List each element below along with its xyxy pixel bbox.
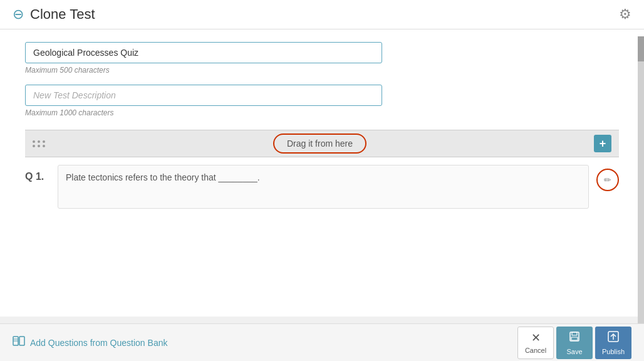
svg-rect-1 bbox=[19, 337, 24, 345]
question-box: Plate tectonics refers to the theory tha… bbox=[58, 165, 589, 209]
question-text: Plate tectonics refers to the theory tha… bbox=[66, 172, 260, 182]
drag-bar: Drag it from here + bbox=[25, 130, 619, 157]
question-row: Q 1. Plate tectonics refers to the theor… bbox=[25, 157, 619, 216]
description-char-limit: Maximum 1000 characters bbox=[25, 108, 619, 117]
cancel-button[interactable]: ✕ Cancel bbox=[517, 327, 554, 359]
page-header: ⊖ Clone Test ⚙ bbox=[0, 0, 644, 29]
publish-icon bbox=[607, 330, 620, 346]
scrollbar-thumb[interactable] bbox=[638, 36, 644, 61]
cancel-label: Cancel bbox=[525, 347, 546, 354]
footer-buttons: ✕ Cancel Save Publish bbox=[517, 327, 631, 359]
add-question-button[interactable]: + bbox=[594, 135, 611, 152]
back-icon[interactable]: ⊖ bbox=[13, 6, 24, 23]
add-questions-link[interactable]: Add Questions from Question Bank bbox=[13, 335, 167, 350]
name-form-group: Maximum 500 characters bbox=[25, 42, 619, 75]
publish-button[interactable]: Publish bbox=[595, 327, 631, 359]
footer: Add Questions from Question Bank ✕ Cance… bbox=[0, 323, 644, 361]
page-scrollbar[interactable] bbox=[638, 36, 644, 323]
description-form-group: Maximum 1000 characters bbox=[25, 85, 619, 117]
drag-handle-icon bbox=[33, 140, 46, 147]
pencil-icon: ✏ bbox=[604, 175, 611, 185]
drag-text: Drag it from here bbox=[273, 133, 366, 154]
test-name-input[interactable] bbox=[25, 42, 382, 63]
svg-rect-6 bbox=[571, 337, 578, 340]
header-left: ⊖ Clone Test bbox=[13, 6, 95, 23]
test-description-input[interactable] bbox=[25, 85, 382, 106]
name-char-limit: Maximum 500 characters bbox=[25, 66, 619, 75]
save-label: Save bbox=[566, 348, 582, 355]
page-title: Clone Test bbox=[30, 6, 95, 23]
publish-label: Publish bbox=[602, 348, 625, 355]
add-questions-icon bbox=[13, 335, 25, 350]
gear-icon[interactable]: ⚙ bbox=[619, 6, 631, 23]
drag-text-wrapper: Drag it from here bbox=[273, 133, 366, 154]
edit-question-button[interactable]: ✏ bbox=[596, 169, 619, 191]
cancel-icon: ✕ bbox=[531, 331, 541, 345]
main-content: Maximum 500 characters Maximum 1000 char… bbox=[0, 29, 644, 317]
add-questions-label: Add Questions from Question Bank bbox=[30, 338, 167, 348]
save-button[interactable]: Save bbox=[556, 327, 593, 359]
save-icon bbox=[568, 330, 581, 346]
question-label: Q 1. bbox=[25, 165, 50, 182]
